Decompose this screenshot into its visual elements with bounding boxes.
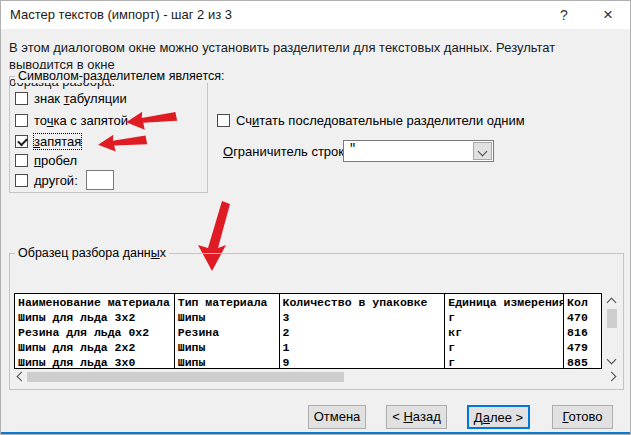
preview-horizontal-scrollbar[interactable]: [14, 370, 619, 384]
table-cell: Резина: [175, 325, 279, 340]
horizontal-scroll-thumb[interactable]: [27, 372, 344, 382]
table-cell: Шипы: [175, 355, 279, 368]
table-cell: 2: [280, 325, 445, 340]
column-header: Наименование материала: [15, 295, 174, 310]
close-icon[interactable]: ×: [591, 1, 625, 29]
preview-column-qty: Количество в упаковке 3 2 1 9: [280, 294, 446, 368]
table-cell: г: [445, 310, 563, 325]
space-label: пробел: [34, 153, 77, 168]
preview-vertical-scrollbar[interactable]: [605, 293, 619, 369]
help-icon[interactable]: ?: [547, 1, 581, 29]
table-cell: Шипы для льда 3x2: [15, 310, 174, 325]
annotation-arrow-semicolon: [125, 107, 179, 133]
finish-button[interactable]: Готово: [552, 405, 613, 429]
back-button[interactable]: < Назад: [386, 405, 447, 429]
table-cell: Шипы для льда 3x0: [15, 355, 174, 368]
table-cell: 9: [280, 355, 445, 368]
table-cell: 816: [564, 325, 601, 340]
scroll-down-button[interactable]: [605, 355, 619, 367]
vertical-scroll-thumb[interactable]: [607, 309, 617, 328]
scroll-down-icon: [607, 355, 617, 365]
tab-label: знак табуляции: [34, 91, 127, 106]
text-qualifier-label: Ограничитель строк:: [223, 144, 348, 159]
title-bar: Мастер текстов (импорт) - шаг 2 из 3 ? ×: [1, 1, 630, 29]
table-cell: г: [445, 340, 563, 355]
text-qualifier-combobox[interactable]: ": [343, 140, 494, 162]
semicolon-checkbox[interactable]: [15, 114, 28, 127]
chevron-down-icon: [478, 147, 488, 157]
text-qualifier-value: ": [349, 142, 356, 156]
other-delimiter-input[interactable]: [86, 170, 114, 190]
tab-checkbox[interactable]: [15, 92, 28, 105]
scroll-right-icon: [607, 372, 617, 382]
column-header: Количество в упаковке: [280, 295, 445, 310]
data-preview-table: Наименование материала Шипы для льда 3x2…: [14, 293, 602, 369]
column-header: Тип материала: [175, 295, 279, 310]
scroll-left-icon: [17, 372, 27, 382]
column-header: Единица измерения: [445, 295, 563, 310]
table-cell: Шипы для льда 2x2: [15, 340, 174, 355]
other-label: другой:: [34, 173, 78, 188]
checkbox-row-semicolon[interactable]: точка с запятой: [15, 113, 128, 129]
combo-dropdown-button[interactable]: [473, 142, 492, 160]
table-cell: кг: [445, 325, 563, 340]
column-header: Кол: [564, 295, 601, 310]
delimiters-group-label: Символом-разделителем является:: [15, 69, 227, 83]
table-cell: г: [445, 355, 563, 368]
checkbox-row-consecutive[interactable]: Считать последовательные разделители одн…: [217, 113, 525, 129]
scroll-up-icon: [607, 298, 617, 308]
space-checkbox[interactable]: [15, 154, 28, 167]
checkbox-row-comma[interactable]: запятая: [15, 134, 81, 150]
scroll-right-button[interactable]: [607, 370, 619, 384]
table-cell: 885: [564, 355, 601, 368]
table-cell: 470: [564, 310, 601, 325]
table-cell: 3: [280, 310, 445, 325]
preview-column-unit: Единица измерения г кг г г: [445, 294, 564, 368]
checkbox-row-tab[interactable]: знак табуляции: [15, 91, 127, 107]
preview-group-label: Образец разбора данных: [15, 246, 169, 260]
consecutive-checkbox[interactable]: [217, 114, 230, 127]
scroll-up-button[interactable]: [605, 295, 619, 307]
other-checkbox[interactable]: [15, 174, 28, 187]
window-title: Мастер текстов (импорт) - шаг 2 из 3: [10, 7, 232, 22]
preview-column-name: Наименование материала Шипы для льда 3x2…: [15, 294, 175, 368]
scroll-left-button[interactable]: [14, 370, 26, 384]
cancel-button[interactable]: Отмена: [308, 405, 366, 429]
next-button[interactable]: Далее >: [467, 405, 530, 429]
annotation-arrow-comma: [97, 130, 148, 154]
table-cell: Резина для льда 0x2: [15, 325, 174, 340]
description-line-1: В этом диалоговом окне можно установить …: [9, 39, 621, 73]
text-import-wizard-dialog: Мастер текстов (импорт) - шаг 2 из 3 ? ×…: [0, 0, 631, 435]
table-cell: Шипы: [175, 310, 279, 325]
checkbox-row-other[interactable]: другой:: [15, 173, 78, 189]
comma-label: запятая: [34, 134, 81, 149]
consecutive-label: Считать последовательные разделители одн…: [236, 113, 525, 128]
preview-column-truncated: Кол 470 816 479 885: [564, 294, 601, 368]
preview-column-type: Тип материала Шипы Резина Шипы Шипы: [175, 294, 280, 368]
table-cell: 1: [280, 340, 445, 355]
checkbox-row-space[interactable]: пробел: [15, 153, 77, 169]
comma-checkbox[interactable]: [15, 135, 28, 148]
table-cell: 479: [564, 340, 601, 355]
table-cell: Шипы: [175, 340, 279, 355]
semicolon-label: точка с запятой: [34, 113, 128, 128]
